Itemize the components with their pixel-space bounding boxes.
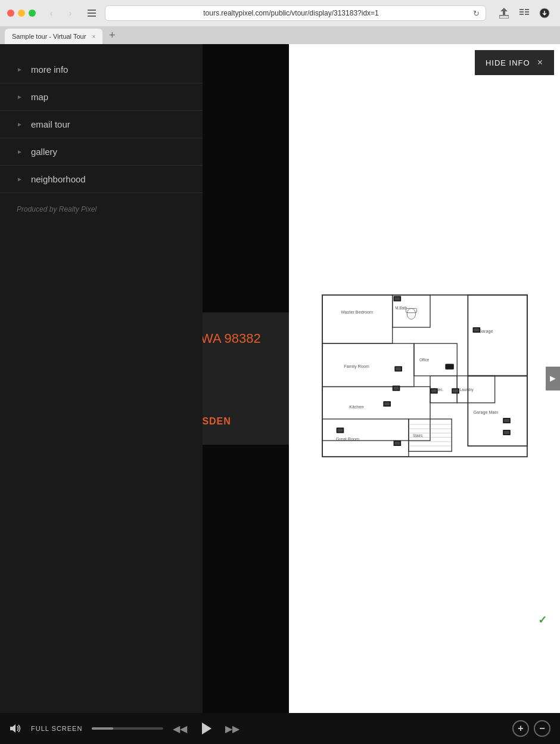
produced-by: Produced by Realty Pixel [0,193,203,225]
back-button[interactable]: ‹ [43,5,60,21]
traffic-lights [7,10,36,17]
svg-rect-56 [337,429,343,432]
tab-bar: Sample tour - Virtual Tour × + [0,26,560,44]
svg-rect-9 [525,14,529,15]
floorplan-panel: Master Bedroom M.Bath Family Room Offi [289,44,560,713]
new-tab-button[interactable]: + [105,28,119,42]
menu-item-neighborhood[interactable]: ► neighborhood [0,166,203,193]
next-button[interactable]: ▶▶ [225,723,239,734]
tab-close-button[interactable]: × [89,32,98,41]
svg-text:Garage Main: Garage Main [473,410,498,415]
hide-info-button[interactable]: HIDE INFO × [475,50,554,75]
menu-map-label: map [31,92,48,102]
active-tab[interactable]: Sample tour - Virtual Tour × [5,29,102,44]
svg-text:Great Room: Great Room [335,436,359,442]
menu-item-more-info[interactable]: ► more info [0,56,203,83]
zoom-controls: + − [512,720,550,737]
volume-button[interactable] [10,724,21,733]
menu-item-email-tour[interactable]: ► email tour [0,111,203,138]
info-panel: ► more info ► map ► email tour ► gallery… [0,44,203,713]
svg-rect-4 [519,9,524,10]
floorplan-next-arrow[interactable]: ► [546,367,560,390]
svg-text:M.Bath: M.Bath [395,306,407,310]
svg-text:Stairs: Stairs [413,433,422,438]
menu-neighborhood-label: neighborhood [31,174,86,184]
svg-rect-1 [88,13,96,14]
maximize-window-button[interactable] [29,10,36,17]
svg-rect-49 [453,389,458,392]
svg-rect-3 [499,16,509,18]
progress-fill [92,727,113,730]
controls-bar: FULL SCREEN ◀◀ ▶▶ + − [0,713,560,744]
menu-item-gallery[interactable]: ► gallery [0,138,203,166]
download-button[interactable] [536,5,553,21]
fullscreen-label: FULL SCREEN [31,725,82,732]
svg-rect-64 [504,419,509,422]
floorplan-svg: Master Bedroom M.Bath Family Room Offi [312,283,538,474]
arrow-icon: ► [17,121,23,128]
svg-text:Laundry: Laundry [459,388,474,392]
svg-text:Master Bedroom: Master Bedroom [341,309,372,315]
browser-actions [496,5,553,21]
svg-rect-50 [445,364,453,370]
svg-rect-7 [525,9,529,10]
menu-more-info-label: more info [31,64,69,75]
sidebar-toggle-button[interactable] [83,5,100,21]
url-text: tours.realtypixel.com/public/vtour/displ… [111,9,471,17]
share-button[interactable] [496,5,512,21]
location-indicator: ✓ [538,613,547,627]
address-bar[interactable]: tours.realtypixel.com/public/vtour/displ… [105,5,486,21]
svg-rect-6 [519,14,524,15]
svg-rect-2 [88,16,96,17]
progress-bar[interactable] [92,727,163,730]
main-area: 15 Lands End Lane, Sequim, WA 98382 4 be… [0,44,560,744]
close-window-button[interactable] [7,10,14,17]
svg-rect-8 [525,11,529,13]
hide-info-label: HIDE INFO [486,58,530,67]
svg-rect-54 [393,387,399,390]
arrow-icon: ► [17,148,23,155]
minimize-window-button[interactable] [18,10,25,17]
svg-rect-58 [394,442,400,445]
arrow-icon: ► [17,176,23,182]
fullscreen-button[interactable]: FULL SCREEN [31,725,82,732]
svg-rect-52 [384,402,390,405]
svg-rect-5 [519,11,524,13]
prev-button[interactable]: ◀◀ [173,723,187,734]
svg-text:Kitchen: Kitchen [349,404,363,410]
menu-email-tour-label: email tour [31,119,70,129]
svg-rect-60 [474,328,479,331]
forward-button[interactable]: › [62,5,79,21]
hide-info-close-icon: × [537,57,543,68]
svg-text:Garage: Garage [478,328,493,334]
nav-buttons: ‹ › [43,5,79,21]
floorplan-image: Master Bedroom M.Bath Family Room Offi [289,44,560,713]
browser-chrome: ‹ › tours.realtypixel.com/public/vtour/d… [0,0,560,26]
arrow-icon: ► [17,94,23,100]
arrow-icon: ► [17,66,23,73]
svg-rect-0 [88,10,96,11]
svg-text:Office: Office [419,358,429,362]
reader-button[interactable] [516,5,533,21]
tab-title: Sample tour - Virtual Tour [12,33,86,40]
svg-text:Family Room: Family Room [344,364,369,369]
reload-button[interactable]: ↻ [473,9,480,18]
menu-item-map[interactable]: ► map [0,83,203,111]
menu-gallery-label: gallery [31,147,57,157]
svg-rect-47 [431,389,436,392]
svg-rect-62 [394,297,400,300]
svg-rect-43 [396,367,401,370]
produced-by-text: Produced by Realty Pixel [17,205,97,213]
zoom-in-button[interactable]: + [512,720,529,737]
play-button[interactable] [197,719,216,738]
play-icon [202,723,211,734]
svg-rect-66 [504,431,509,434]
zoom-out-button[interactable]: − [534,720,550,737]
